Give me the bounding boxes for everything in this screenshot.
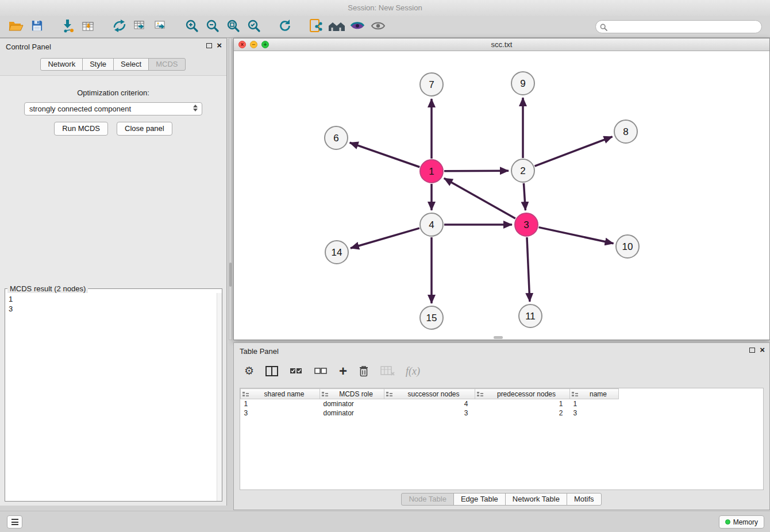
open-session-button[interactable] xyxy=(6,18,26,36)
cell-shared-name[interactable]: 1 xyxy=(241,399,320,408)
cell-successor-nodes[interactable]: 4 xyxy=(384,399,475,408)
mcds-result-title: MCDS result (2 nodes) xyxy=(7,284,88,293)
node-11[interactable]: 11 xyxy=(519,304,542,327)
open-recent-button[interactable] xyxy=(326,18,347,36)
svg-text:15: 15 xyxy=(426,313,437,323)
network-window-titlebar[interactable]: × − + scc.txt xyxy=(234,38,769,51)
cell-name[interactable]: 1 xyxy=(570,399,619,408)
close-table-panel-icon[interactable]: × xyxy=(760,346,765,353)
show-columns-icon[interactable] xyxy=(265,365,279,377)
export-image-button[interactable] xyxy=(151,18,171,36)
zoom-in-button[interactable] xyxy=(182,18,202,36)
window-close-button[interactable]: × xyxy=(238,41,246,48)
zoom-fit-button[interactable] xyxy=(223,18,244,36)
svg-text:6: 6 xyxy=(333,133,338,144)
edge-2-8[interactable] xyxy=(535,137,613,166)
cell-name[interactable]: 3 xyxy=(570,408,619,418)
edge-3-11[interactable] xyxy=(527,237,530,302)
node-6[interactable]: 6 xyxy=(325,126,348,149)
edge-4-14[interactable] xyxy=(351,228,419,248)
search-field-wrap xyxy=(595,20,762,33)
tab-mcds[interactable]: MCDS xyxy=(148,58,185,71)
memory-button[interactable]: Memory xyxy=(719,515,764,529)
node-3[interactable]: 3 xyxy=(515,213,538,236)
edge-1-6[interactable] xyxy=(350,142,420,167)
window-minimize-button[interactable]: − xyxy=(250,41,257,48)
node-4[interactable]: 4 xyxy=(420,213,443,236)
column-header-shared-name[interactable]: shared name xyxy=(241,389,320,399)
close-panel-button[interactable]: Close panel xyxy=(117,122,172,136)
add-column-icon[interactable]: + xyxy=(339,365,347,377)
tab-motifs[interactable]: Motifs xyxy=(567,493,602,506)
cell-shared-name[interactable]: 3 xyxy=(241,408,320,418)
node-2[interactable]: 2 xyxy=(511,159,534,182)
import-table-button[interactable] xyxy=(78,18,99,36)
tab-style[interactable]: Style xyxy=(82,58,114,71)
deselect-all-columns-icon[interactable] xyxy=(314,366,328,376)
network-from-clipboard-button[interactable] xyxy=(306,18,326,36)
network-window-title: scc.txt xyxy=(491,40,513,49)
cell-MCDS-role[interactable]: dominator xyxy=(320,408,384,418)
import-network-button[interactable] xyxy=(57,18,78,36)
table-tabs: Node TableEdge TableNetwork TableMotifs xyxy=(234,493,769,506)
apply-layout-button[interactable] xyxy=(275,18,295,36)
column-header-name[interactable]: name xyxy=(570,389,619,399)
node-8[interactable]: 8 xyxy=(614,120,637,143)
edge-1-2[interactable] xyxy=(444,171,509,171)
result-scrollbar[interactable] xyxy=(217,293,222,501)
mcds-result-text: 1 3 xyxy=(5,293,222,315)
tab-network[interactable]: Network xyxy=(40,58,83,71)
zoom-selected-button[interactable] xyxy=(244,18,264,36)
show-hide-button[interactable] xyxy=(368,18,388,36)
tab-edge-table[interactable]: Edge Table xyxy=(453,493,506,506)
edge-3-10[interactable] xyxy=(539,228,614,244)
node-9[interactable]: 9 xyxy=(511,72,534,95)
table-row[interactable]: 3dominator323 xyxy=(241,408,619,418)
cell-successor-nodes[interactable]: 3 xyxy=(384,408,475,418)
delete-column-icon[interactable] xyxy=(358,365,369,377)
node-15[interactable]: 15 xyxy=(420,306,443,329)
visual-style-button[interactable] xyxy=(347,18,368,36)
sort-icon xyxy=(386,391,393,399)
panel-splitter[interactable] xyxy=(229,38,232,340)
control-panel: Control Panel × NetworkStyleSelectMCDS O… xyxy=(0,38,227,506)
save-session-button[interactable] xyxy=(26,18,47,36)
node-7[interactable]: 7 xyxy=(420,73,443,96)
cell-predecessor-nodes[interactable]: 1 xyxy=(475,399,570,408)
import-table-icon xyxy=(81,18,96,36)
column-header-successor-nodes[interactable]: successor nodes xyxy=(384,389,475,399)
new-network-button[interactable] xyxy=(109,18,130,36)
criterion-dropdown[interactable]: strongly connected component xyxy=(24,102,202,115)
zoom-out-button[interactable] xyxy=(202,18,223,36)
float-panel-icon[interactable] xyxy=(206,43,212,48)
search-input[interactable] xyxy=(595,20,762,33)
node-10[interactable]: 10 xyxy=(616,235,639,258)
column-header-predecessor-nodes[interactable]: predecessor nodes xyxy=(475,389,570,399)
tab-select[interactable]: Select xyxy=(113,58,149,71)
node-1[interactable]: 1 xyxy=(420,160,443,183)
column-header-MCDS-role[interactable]: MCDS role xyxy=(320,389,384,399)
window-zoom-button[interactable]: + xyxy=(261,41,269,48)
visual-style-icon xyxy=(350,20,365,34)
table-settings-gear-icon[interactable]: ⚙ xyxy=(244,365,254,377)
table-row[interactable]: 1dominator411 xyxy=(241,399,619,408)
optimization-label: Optimization criterion: xyxy=(0,88,226,97)
close-panel-icon[interactable]: × xyxy=(217,42,222,49)
network-hscroll-thumb[interactable] xyxy=(494,336,503,339)
export-table-button[interactable] xyxy=(130,18,151,36)
cell-MCDS-role[interactable]: dominator xyxy=(320,399,384,408)
run-mcds-button[interactable]: Run MCDS xyxy=(54,122,108,136)
network-canvas[interactable]: 7968124314101511 xyxy=(234,51,769,340)
tab-node-table[interactable]: Node Table xyxy=(401,493,454,506)
cell-predecessor-nodes[interactable]: 2 xyxy=(475,408,570,418)
float-table-panel-icon[interactable] xyxy=(749,348,755,353)
splitter-thumb[interactable] xyxy=(229,263,232,287)
node-14[interactable]: 14 xyxy=(325,241,348,264)
task-history-button[interactable] xyxy=(7,515,22,529)
edge-2-3[interactable] xyxy=(523,183,525,210)
select-all-columns-icon[interactable] xyxy=(290,366,303,376)
edge-3-1[interactable] xyxy=(444,178,515,218)
table-toolbar: ⚙ + f(x) xyxy=(234,359,769,382)
control-panel-title: Control Panel xyxy=(6,43,51,51)
tab-network-table[interactable]: Network Table xyxy=(505,493,567,506)
